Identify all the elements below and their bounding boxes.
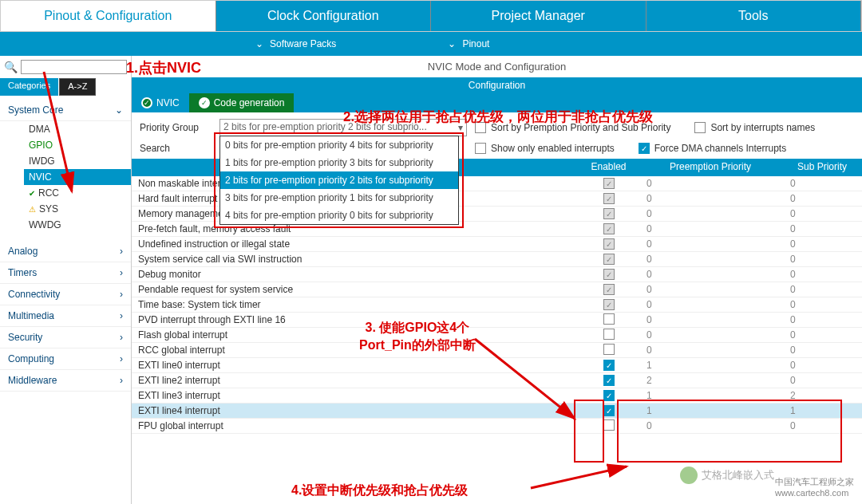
tab-tools[interactable]: Tools	[646, 1, 862, 31]
dropdown-option[interactable]: 0 bits for pre-emption priority 4 bits f…	[220, 136, 458, 154]
group-computing[interactable]: Computing›	[0, 348, 131, 370]
table-row[interactable]: Debug monitor✓00	[132, 267, 862, 282]
col-preemption[interactable]: Preemption Priority	[639, 159, 782, 176]
preemption-cell[interactable]: 1	[639, 357, 782, 373]
table-row[interactable]: FPU global interrupt00	[132, 419, 862, 434]
col-enabled[interactable]: Enabled	[579, 159, 639, 176]
preemption-cell[interactable]: 0	[639, 297, 782, 313]
enable-checkbox[interactable]: ✓	[603, 405, 615, 416]
enable-checkbox[interactable]: ✓	[603, 375, 615, 386]
enable-checkbox[interactable]	[603, 313, 615, 325]
group-connectivity[interactable]: Connectivity›	[0, 284, 131, 305]
preemption-cell[interactable]: 0	[639, 251, 782, 267]
sort-premption-checkbox[interactable]	[475, 122, 486, 133]
search-icon[interactable]: 🔍	[4, 61, 18, 73]
interrupt-name: EXTI line3 interrupt	[132, 388, 579, 404]
sort-name-checkbox[interactable]	[694, 122, 706, 133]
sidebar-item-nvic[interactable]: NVIC	[24, 169, 131, 185]
table-row[interactable]: Pendable request for system service✓00	[132, 282, 862, 297]
show-enabled-checkbox[interactable]	[475, 143, 486, 154]
preemption-cell[interactable]: 0	[639, 282, 782, 297]
subpriority-cell[interactable]: 0	[782, 372, 862, 388]
preemption-cell[interactable]: 2	[639, 372, 782, 388]
tab-project-manager[interactable]: Project Manager	[431, 1, 646, 31]
interrupt-name: Undefined instruction or illegal state	[132, 236, 579, 252]
subpriority-cell[interactable]: 0	[782, 418, 862, 434]
tab-az[interactable]: A->Z	[59, 78, 96, 96]
subpriority-cell[interactable]: 0	[782, 251, 862, 267]
subpriority-cell[interactable]: 0	[782, 266, 862, 282]
group-security[interactable]: Security›	[0, 327, 131, 348]
preemption-cell[interactable]: 1	[639, 388, 782, 404]
sidebar-search-input[interactable]	[21, 60, 127, 74]
tab-nvic[interactable]: ✓NVIC	[132, 93, 189, 112]
subpriority-cell[interactable]: 0	[782, 312, 862, 328]
group-middleware[interactable]: Middleware›	[0, 370, 131, 392]
subpriority-cell[interactable]: 1	[782, 403, 862, 419]
table-row[interactable]: Undefined instruction or illegal state✓0…	[132, 237, 862, 252]
group-timers[interactable]: Timers›	[0, 262, 131, 284]
preemption-cell[interactable]: 0	[639, 327, 782, 343]
preemption-cell[interactable]: 0	[639, 312, 782, 328]
sidebar-item-dma[interactable]: DMA	[24, 121, 131, 137]
sidebar-item-iwdg[interactable]: IWDG	[24, 153, 131, 169]
group-system-core[interactable]: System Core⌄	[0, 100, 131, 121]
enable-checkbox[interactable]	[603, 419, 615, 431]
enabled-cell: ✓	[579, 176, 639, 191]
enable-checkbox[interactable]	[603, 329, 615, 340]
interrupt-name: Pendable request for system service	[132, 282, 579, 297]
subpriority-cell[interactable]: 0	[782, 297, 862, 313]
sidebar-item-wwdg[interactable]: WWDG	[24, 217, 131, 233]
priority-group-select[interactable]: 2 bits for pre-emption priority 2 bits f…	[219, 119, 467, 136]
subpriority-cell[interactable]: 0	[782, 176, 862, 191]
subpriority-cell[interactable]: 0	[782, 191, 862, 207]
enable-checkbox[interactable]	[603, 344, 615, 355]
menu-software-packs[interactable]: ⌄Software Packs	[247, 32, 360, 56]
group-analog[interactable]: Analog›	[0, 241, 131, 262]
preemption-cell[interactable]: 0	[639, 266, 782, 282]
preemption-cell[interactable]: 0	[639, 221, 782, 237]
subpriority-cell[interactable]: 0	[782, 342, 862, 358]
table-row[interactable]: Time base: System tick timer✓00	[132, 297, 862, 313]
preemption-cell[interactable]: 0	[639, 236, 782, 252]
table-row[interactable]: EXTI line2 interrupt✓20	[132, 373, 862, 388]
subpriority-cell[interactable]: 0	[782, 206, 862, 222]
group-multimedia[interactable]: Multimedia›	[0, 305, 131, 327]
subpriority-cell[interactable]: 0	[782, 327, 862, 343]
tab-pinout-config[interactable]: Pinout & Configuration	[1, 1, 216, 31]
subpriority-cell[interactable]: 0	[782, 282, 862, 297]
preemption-cell[interactable]: 0	[639, 206, 782, 222]
table-row[interactable]: PVD interrupt through EXTI line 1600	[132, 313, 862, 328]
sidebar-item-gpio[interactable]: GPIO	[24, 137, 131, 153]
sidebar-item-sys[interactable]: ⚠SYS	[24, 201, 131, 217]
subpriority-cell[interactable]: 0	[782, 221, 862, 237]
table-row[interactable]: RCC global interrupt00	[132, 343, 862, 358]
tab-categories[interactable]: Categories	[0, 78, 58, 96]
subpriority-cell[interactable]: 0	[782, 357, 862, 373]
preemption-cell[interactable]: 0	[639, 191, 782, 207]
menu-pinout[interactable]: ⌄Pinout	[440, 32, 513, 56]
dropdown-option[interactable]: 2 bits for pre-emption priority 2 bits f…	[220, 171, 458, 189]
table-row[interactable]: EXTI line0 interrupt✓10	[132, 358, 862, 373]
tab-clock-config[interactable]: Clock Configuration	[216, 1, 432, 31]
table-row[interactable]: EXTI line3 interrupt✓12	[132, 388, 862, 404]
table-row[interactable]: System service call via SWI instruction✓…	[132, 252, 862, 267]
dropdown-option[interactable]: 4 bits for pre-emption priority 0 bits f…	[220, 207, 458, 224]
tab-code-generation[interactable]: ✓Code generation	[189, 93, 295, 112]
dropdown-option[interactable]: 1 bits for pre-emption priority 3 bits f…	[220, 154, 458, 171]
subpriority-cell[interactable]: 0	[782, 236, 862, 252]
force-dma-checkbox[interactable]: ✓	[639, 143, 650, 154]
col-subpriority[interactable]: Sub Priority	[782, 159, 862, 176]
dropdown-option[interactable]: 3 bits for pre-emption priority 1 bits f…	[220, 189, 458, 207]
table-row[interactable]: EXTI line4 interrupt✓11	[132, 404, 862, 419]
sidebar-item-rcc[interactable]: ✔RCC	[24, 185, 131, 201]
preemption-cell[interactable]: 0	[639, 176, 782, 191]
table-row[interactable]: Flash global interrupt00	[132, 328, 862, 343]
enable-checkbox[interactable]: ✓	[603, 360, 615, 371]
preemption-cell[interactable]: 1	[639, 403, 782, 419]
enable-checkbox: ✓	[603, 284, 615, 295]
subpriority-cell[interactable]: 2	[782, 388, 862, 404]
enable-checkbox[interactable]: ✓	[603, 390, 615, 401]
preemption-cell[interactable]: 0	[639, 418, 782, 434]
preemption-cell[interactable]: 0	[639, 342, 782, 358]
